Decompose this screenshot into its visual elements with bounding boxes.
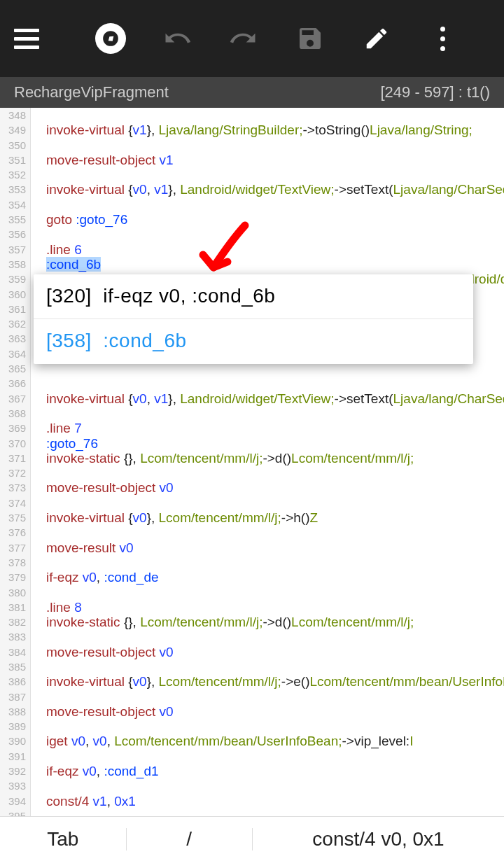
line-number: 382 [0, 615, 31, 629]
code-text: invoke-virtual {v0, v1}, Landroid/widget… [31, 182, 504, 197]
code-line[interactable]: 348 [0, 108, 504, 122]
code-line[interactable]: 369.line 7 [0, 421, 504, 435]
code-line[interactable]: 368 [0, 406, 504, 421]
code-line[interactable]: 355goto :goto_76 [0, 212, 504, 227]
line-number: 373 [0, 480, 31, 495]
code-line[interactable]: 376 [0, 525, 504, 540]
code-text [31, 227, 46, 241]
snippet-button[interactable]: const/4 v0, 0x1 [253, 828, 504, 850]
code-text [31, 108, 46, 122]
line-number: 374 [0, 496, 31, 510]
code-line[interactable]: 391 [0, 749, 504, 764]
tab-key-button[interactable]: Tab [0, 828, 127, 850]
line-number: 376 [0, 525, 31, 540]
line-number: 380 [0, 585, 31, 600]
code-text [31, 690, 46, 704]
code-line[interactable]: 375invoke-virtual {v0}, Lcom/tencent/mm/… [0, 510, 504, 525]
line-number: 383 [0, 629, 31, 644]
line-number: 367 [0, 391, 31, 406]
line-number: 353 [0, 182, 31, 197]
code-line[interactable]: 351move-result-object v1 [0, 153, 504, 167]
code-line[interactable]: 390iget v0, v0, Lcom/tencent/mm/bean/Use… [0, 734, 504, 748]
redo-button[interactable] [210, 23, 276, 54]
code-text: move-result-object v1 [31, 153, 174, 167]
code-text [31, 585, 46, 600]
code-text: iget v0, v0, Lcom/tencent/mm/bean/UserIn… [31, 734, 413, 748]
line-number: 388 [0, 704, 31, 719]
code-line[interactable]: 354 [0, 197, 504, 212]
code-text: .line 8 [31, 600, 82, 615]
code-text: invoke-static {}, Lcom/tencent/mm/l/j;->… [31, 615, 414, 629]
line-number: 369 [0, 421, 31, 435]
line-number: 395 [0, 808, 31, 816]
code-line[interactable]: 366 [0, 376, 504, 391]
reference-popup-item[interactable]: [320] if-eqz v0, :cond_6b [34, 274, 473, 319]
code-line[interactable]: 350 [0, 138, 504, 153]
line-number: 355 [0, 212, 31, 227]
code-line[interactable]: 374 [0, 496, 504, 510]
line-number: 348 [0, 108, 31, 122]
code-line[interactable]: 377move-result v0 [0, 540, 504, 555]
menu-button[interactable] [14, 29, 77, 49]
code-line[interactable]: 394const/4 v1, 0x1 [0, 794, 504, 808]
code-text [31, 659, 46, 674]
overflow-icon [440, 27, 445, 51]
code-line[interactable]: 349invoke-virtual {v1}, Ljava/lang/Strin… [0, 122, 504, 137]
code-line[interactable]: 395 [0, 808, 504, 816]
code-line[interactable]: 373move-result-object v0 [0, 480, 504, 495]
code-line[interactable]: 389 [0, 719, 504, 734]
code-line[interactable]: 388move-result-object v0 [0, 704, 504, 719]
code-text: :cond_6b [31, 257, 101, 272]
reference-popup: [320] if-eqz v0, :cond_6b[358] :cond_6b [34, 274, 473, 364]
code-text: invoke-virtual {v0, v1}, Landroid/widget… [31, 391, 504, 406]
undo-icon [162, 23, 192, 54]
code-editor[interactable]: 348349invoke-virtual {v1}, Ljava/lang/St… [0, 108, 504, 816]
line-number: 387 [0, 690, 31, 704]
code-line[interactable]: 367invoke-virtual {v0, v1}, Landroid/wid… [0, 391, 504, 406]
overflow-button[interactable] [410, 27, 476, 51]
code-line[interactable]: 384move-result-object v0 [0, 645, 504, 659]
code-line[interactable]: 385 [0, 659, 504, 674]
code-line[interactable]: 386invoke-virtual {v0}, Lcom/tencent/mm/… [0, 674, 504, 689]
code-line[interactable]: 352 [0, 167, 504, 182]
code-line[interactable]: 353invoke-virtual {v0, v1}, Landroid/wid… [0, 182, 504, 197]
code-line[interactable]: 357.line 6 [0, 242, 504, 257]
code-text: invoke-virtual {v1}, Ljava/lang/StringBu… [31, 122, 472, 137]
line-number: 364 [0, 346, 31, 361]
code-text [31, 808, 46, 816]
navigate-button[interactable] [77, 23, 144, 54]
code-text [31, 197, 46, 212]
line-number: 370 [0, 436, 31, 451]
code-line[interactable]: 378 [0, 555, 504, 570]
code-line[interactable]: 358:cond_6b [0, 257, 504, 272]
breadcrumb[interactable]: RechargeVipFragment [249 - 597] : t1() [0, 77, 504, 108]
code-line[interactable]: 383 [0, 629, 504, 644]
line-number: 377 [0, 540, 31, 555]
code-text: move-result-object v0 [31, 704, 174, 719]
code-line[interactable]: 393 [0, 778, 504, 793]
reference-popup-item[interactable]: [358] :cond_6b [34, 319, 473, 363]
code-line[interactable]: 381.line 8 [0, 600, 504, 615]
code-text [31, 749, 46, 764]
code-line[interactable]: 372 [0, 465, 504, 480]
edit-button[interactable] [343, 25, 410, 52]
undo-button[interactable] [144, 23, 210, 54]
code-line[interactable]: 387 [0, 690, 504, 704]
line-number: 372 [0, 465, 31, 480]
line-number: 363 [0, 331, 31, 346]
code-line[interactable]: 392if-eqz v0, :cond_d1 [0, 764, 504, 778]
line-number: 351 [0, 153, 31, 167]
code-line[interactable]: 380 [0, 585, 504, 600]
code-line[interactable]: 379if-eqz v0, :cond_de [0, 570, 504, 584]
line-number: 386 [0, 674, 31, 689]
slash-key-button[interactable]: / [127, 828, 253, 850]
code-text: goto :goto_76 [31, 212, 127, 227]
code-line[interactable]: 356 [0, 227, 504, 241]
line-number: 361 [0, 302, 31, 316]
code-line[interactable]: 382invoke-static {}, Lcom/tencent/mm/l/j… [0, 615, 504, 629]
save-button[interactable] [276, 24, 343, 52]
code-text [31, 555, 46, 570]
code-line[interactable]: 371invoke-static {}, Lcom/tencent/mm/l/j… [0, 451, 504, 465]
code-line[interactable]: 370:goto_76 [0, 436, 504, 451]
code-text: const/4 v1, 0x1 [31, 794, 136, 808]
